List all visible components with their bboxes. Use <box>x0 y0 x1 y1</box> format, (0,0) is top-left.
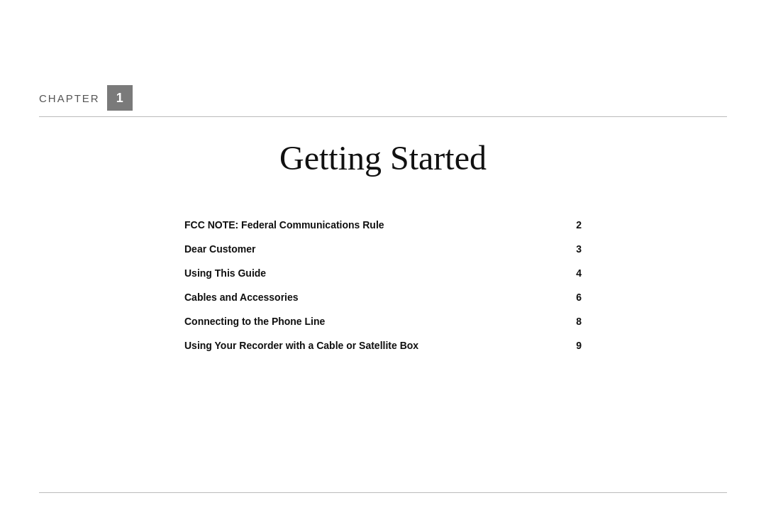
divider-bottom <box>39 492 727 493</box>
toc-entry-page: 2 <box>550 213 582 237</box>
chapter-header: Chapter 1 <box>39 85 727 111</box>
toc-entry-title: Connecting to the Phone Line <box>184 309 550 333</box>
toc-row: Using Your Recorder with a Cable or Sate… <box>184 333 582 358</box>
chapter-title: Getting Started <box>39 138 727 177</box>
toc-entry-page: 6 <box>550 285 582 309</box>
divider-top <box>39 116 727 117</box>
toc-row: Dear Customer3 <box>184 237 582 261</box>
toc-entry-title: Dear Customer <box>184 237 550 261</box>
toc-row: Cables and Accessories6 <box>184 285 582 309</box>
toc-row: FCC NOTE: Federal Communications Rule2 <box>184 213 582 237</box>
toc-entry-page: 3 <box>550 237 582 261</box>
page-container: Chapter 1 Getting Started FCC NOTE: Fede… <box>0 0 766 532</box>
chapter-number-box: 1 <box>107 85 133 111</box>
toc-table: FCC NOTE: Federal Communications Rule2De… <box>184 213 582 358</box>
toc-entry-title: Cables and Accessories <box>184 285 550 309</box>
toc-entry-page: 9 <box>550 333 582 358</box>
toc-entry-page: 4 <box>550 261 582 285</box>
toc-row: Using This Guide4 <box>184 261 582 285</box>
chapter-label: Chapter <box>39 92 100 104</box>
toc-entry-title: FCC NOTE: Federal Communications Rule <box>184 213 550 237</box>
toc-row: Connecting to the Phone Line8 <box>184 309 582 333</box>
toc-entry-title: Using This Guide <box>184 261 550 285</box>
toc-entry-page: 8 <box>550 309 582 333</box>
toc-entry-title: Using Your Recorder with a Cable or Sate… <box>184 333 550 358</box>
